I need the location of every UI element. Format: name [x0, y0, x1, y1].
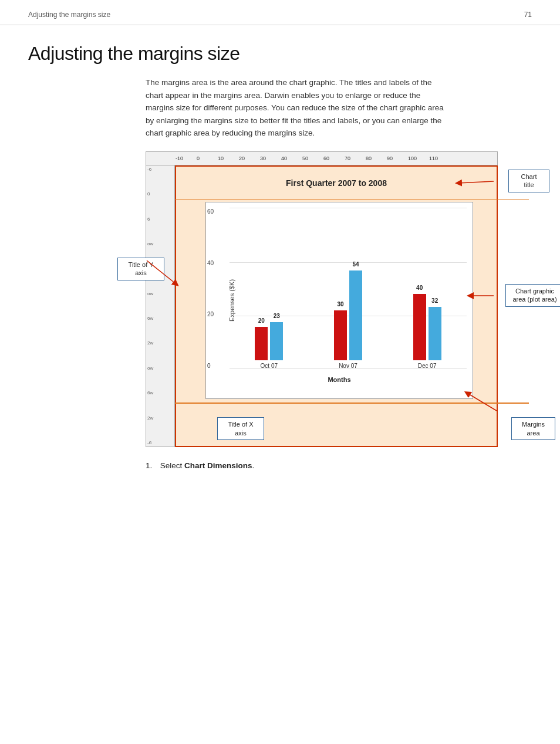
intro-text: The margins area is the area around the … [146, 76, 451, 140]
ruler-mark: -10 [176, 155, 183, 161]
bar-group-nov: 30 54 Nov 07 [334, 270, 362, 369]
y-label-60: 60 [207, 208, 214, 215]
ruler-left-mark: 6w [147, 316, 173, 321]
arrow-margins-area [491, 399, 555, 428]
ruler-mark: 0 [197, 155, 200, 161]
bar-label-nov-blue: 54 [352, 261, 359, 268]
bar-pair-dec: 40 32 [413, 294, 441, 360]
y-label-20: 20 [207, 311, 214, 317]
bar-oct-blue: 23 [270, 322, 283, 360]
ruler-mark: 40 [281, 155, 287, 161]
svg-line-1 [147, 261, 176, 284]
x-axis-title: Months [206, 376, 473, 383]
y-label-0: 0 [207, 363, 214, 369]
svg-line-3 [467, 393, 497, 411]
page-content: Adjusting the margins size The margins a… [0, 25, 560, 498]
ruler-left-mark: 0 [147, 191, 173, 197]
arrow-chart-title [494, 167, 552, 196]
plot-area: Expenses ($K) 0 20 40 60 [205, 202, 473, 399]
page-number: 71 [524, 11, 532, 19]
ruler-mark: 50 [302, 155, 308, 161]
bar-group-oct: 20 23 Oct 07 [255, 322, 283, 369]
ruler-mark: 20 [239, 155, 245, 161]
bar-dec-blue: 32 [429, 307, 441, 360]
ruler-left-mark: ow [147, 241, 173, 246]
ruler-left-mark: -6 [147, 167, 173, 172]
breadcrumb: Adjusting the margins size [28, 11, 110, 19]
bar-oct-red: 20 [255, 327, 268, 360]
ruler-left-mark: 6 [147, 217, 173, 222]
step-instruction: 1. Select Chart Dimensions. [146, 461, 532, 470]
ruler-left-mark: 6w [147, 390, 173, 395]
x-label-oct: Oct 07 [261, 363, 278, 369]
ruler-left-mark: -6 [147, 440, 173, 445]
ruler-mark: 80 [366, 155, 372, 161]
chart-body: -6 0 6 ow 2w ow 6w 2w ow 6w 2w -6 First … [146, 165, 498, 447]
bar-pair-oct: 20 23 [255, 322, 283, 360]
bar-pair-nov: 30 54 [334, 270, 362, 360]
x-label-nov: Nov 07 [339, 363, 357, 369]
step-suffix: . [252, 461, 255, 470]
step-prefix: 1. Select [146, 461, 184, 470]
ruler-mark: 10 [218, 155, 224, 161]
ruler-mark: 90 [387, 155, 393, 161]
bar-label-oct-blue: 23 [274, 313, 280, 319]
bar-nov-red: 30 [334, 310, 347, 360]
ruler-mark: 60 [323, 155, 329, 161]
ruler-marks: -10 0 10 20 30 40 50 60 70 80 90 100 110 [176, 152, 497, 165]
bar-label-oct-red: 20 [258, 317, 265, 324]
ruler-mark: 30 [260, 155, 266, 161]
bar-group-dec: 40 32 Dec 07 [413, 294, 441, 369]
ruler-left-mark: 2w [147, 340, 173, 346]
bar-label-dec-blue: 32 [431, 297, 438, 304]
arrow-chart-graphic [494, 287, 560, 305]
arrow-y-axis [117, 249, 188, 290]
annotation-x-axis: Title of Xaxis [217, 417, 264, 440]
bar-dec-red: 40 [413, 294, 426, 360]
orange-line-top [175, 199, 529, 200]
ruler-left: -6 0 6 ow 2w ow 6w 2w ow 6w 2w -6 [146, 165, 175, 447]
ruler-mark: 70 [345, 155, 350, 161]
ruler-top: -10 0 10 20 30 40 50 60 70 80 90 100 110 [146, 151, 498, 165]
page-title: Adjusting the margins size [28, 43, 532, 65]
chart-main: First Quarter 2007 to 2008 Expenses ($K) [175, 165, 498, 447]
bar-nov-blue: 54 [349, 270, 362, 360]
bars-area: 20 23 Oct 07 [230, 208, 467, 369]
bar-label-nov-red: 30 [337, 301, 343, 307]
chart-title: First Quarter 2007 to 2008 [176, 178, 497, 188]
ruler-mark: 110 [429, 155, 438, 161]
ruler-mark: 100 [408, 155, 417, 161]
ruler-left-mark: ow [147, 291, 173, 296]
chart-container: -10 0 10 20 30 40 50 60 70 80 90 100 110… [146, 151, 498, 447]
ruler-left-mark: 2w [147, 415, 173, 421]
bar-label-dec-red: 40 [416, 285, 423, 291]
y-label-40: 40 [207, 260, 214, 266]
y-labels: 0 20 40 60 [207, 208, 214, 369]
x-label-dec: Dec 07 [418, 363, 437, 369]
orange-line-bottom [175, 403, 529, 404]
ruler-left-mark: ow [147, 366, 173, 371]
page-header: Adjusting the margins size 71 [0, 0, 560, 25]
step-bold: Chart Dimensions [184, 461, 252, 470]
